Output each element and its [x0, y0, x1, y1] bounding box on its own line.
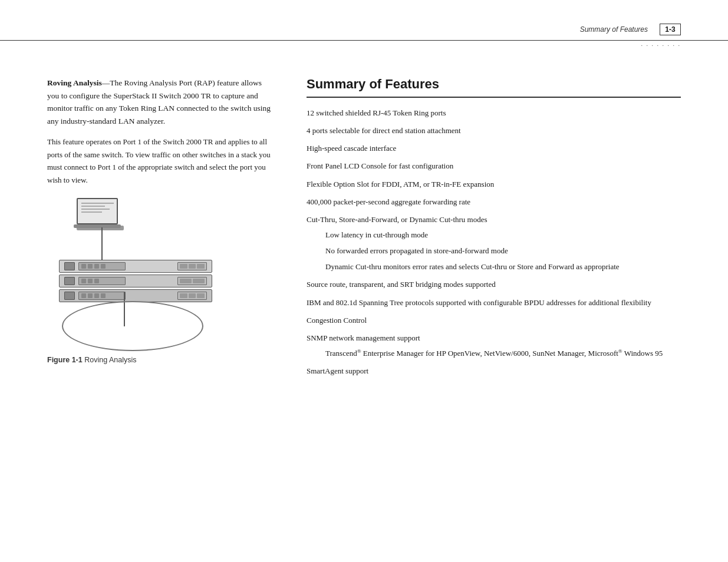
feature-text: IBM and 802.1d Spanning Tree protocols s…	[307, 298, 651, 307]
switch-unit-2	[59, 275, 212, 287]
laptop-drawing	[77, 198, 124, 230]
sub-feature-text: Transcend® Enterprise Manager for HP Ope…	[325, 349, 663, 358]
list-item: Source route, transparent, and SRT bridg…	[307, 279, 681, 290]
list-item: IBM and 802.1d Spanning Tree protocols s…	[307, 297, 681, 309]
list-item: High-speed cascade interface	[307, 143, 681, 154]
sub-feature-text: No forwarded errors propagated in store-…	[325, 246, 508, 255]
page-container: Summary of Features 1-3 . . . . . . . . …	[0, 0, 728, 562]
feature-text: Cut-Thru, Store-and-Forward, or Dynamic …	[307, 215, 487, 224]
list-item: SNMP network management support Transcen…	[307, 332, 681, 360]
figure-caption-bold: Figure 1-1	[47, 356, 83, 364]
ring-oval	[62, 301, 203, 351]
left-column: Roving Analysis—The Roving Analysis Port…	[47, 77, 271, 521]
list-item: Low latency in cut-through mode	[325, 229, 681, 241]
list-item: 12 switched shielded RJ-45 Token Ring po…	[307, 107, 681, 119]
switch-stack	[59, 260, 212, 304]
header-dots: . . . . . . . .	[0, 41, 728, 47]
switch-unit-3	[59, 289, 212, 302]
feature-text: 12 switched shielded RJ-45 Token Ring po…	[307, 108, 446, 117]
header-right: Summary of Features 1-3	[580, 24, 681, 35]
list-item: Dynamic Cut-thru monitors error rates an…	[325, 261, 681, 273]
list-item: Transcend® Enterprise Manager for HP Ope…	[325, 348, 681, 359]
switch-unit-1	[59, 260, 212, 273]
roving-analysis-bold: Roving Analysis	[47, 78, 102, 87]
feature-text: High-speed cascade interface	[307, 144, 396, 153]
roving-analysis-paragraph1: Roving Analysis—The Roving Analysis Port…	[47, 77, 271, 127]
figure-caption-text: Roving Analysis	[83, 356, 137, 364]
feature-text: 4 ports selectable for direct end statio…	[307, 126, 461, 135]
right-column: Summary of Features 12 switched shielded…	[295, 77, 681, 521]
sub-feature-text: Dynamic Cut-thru monitors error rates an…	[325, 262, 620, 271]
figure-caption: Figure 1-1 Roving Analysis	[47, 356, 136, 364]
figure-image	[53, 198, 230, 351]
page-number: 1-3	[660, 24, 681, 35]
features-list: 12 switched shielded RJ-45 Token Ring po…	[307, 107, 681, 378]
list-item: Flexible Option Slot for FDDI, ATM, or T…	[307, 178, 681, 190]
laptop-screen	[77, 198, 118, 224]
sub-features-list: Low latency in cut-through mode No forwa…	[325, 229, 681, 273]
congestion-control-text: Congestion Control	[307, 316, 367, 325]
header-title: Summary of Features	[580, 25, 648, 34]
figure-container: Figure 1-1 Roving Analysis	[47, 198, 271, 364]
feature-text: Flexible Option Slot for FDDI, ATM, or T…	[307, 180, 494, 189]
main-content: Roving Analysis—The Roving Analysis Port…	[0, 59, 728, 538]
sub-features-list: Transcend® Enterprise Manager for HP Ope…	[325, 348, 681, 359]
feature-text: Source route, transparent, and SRT bridg…	[307, 280, 496, 289]
list-item: Front Panel LCD Console for fast configu…	[307, 160, 681, 172]
list-item: No forwarded errors propagated in store-…	[325, 245, 681, 257]
list-item: SmartAgent support	[307, 365, 681, 377]
section-title: Summary of Features	[307, 77, 681, 98]
list-item: Cut-Thru, Store-and-Forward, or Dynamic …	[307, 214, 681, 273]
feature-text: 400,000 packet-per-second aggregate forw…	[307, 197, 470, 206]
feature-text: Front Panel LCD Console for fast configu…	[307, 161, 453, 170]
feature-text: SNMP network management support	[307, 333, 420, 342]
list-item: 400,000 packet-per-second aggregate forw…	[307, 196, 681, 208]
roving-analysis-paragraph2: This feature operates on Port 1 of the S…	[47, 135, 271, 186]
list-item: Congestion Control	[307, 315, 681, 326]
sub-feature-text: Low latency in cut-through mode	[325, 230, 428, 239]
page-header: Summary of Features 1-3	[0, 24, 728, 41]
list-item: 4 ports selectable for direct end statio…	[307, 125, 681, 137]
feature-text: SmartAgent support	[307, 366, 368, 375]
